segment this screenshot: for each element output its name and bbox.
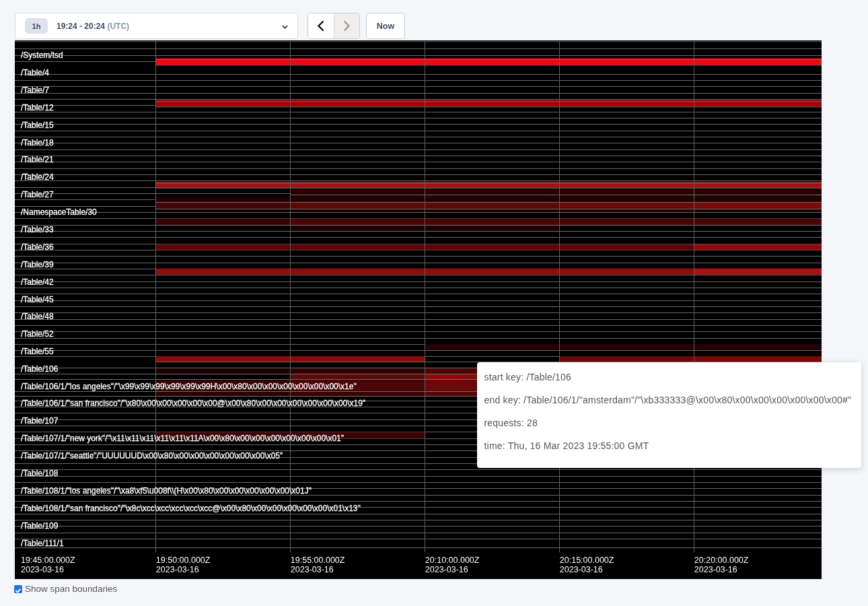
svg-text:/Table/7: /Table/7 [21, 86, 49, 95]
svg-text:/Table/45: /Table/45 [21, 295, 54, 304]
svg-text:19:45:00.000Z: 19:45:00.000Z [21, 556, 75, 565]
svg-text:/Table/106: /Table/106 [21, 364, 59, 374]
svg-text:2023-03-16: 2023-03-16 [560, 565, 603, 574]
svg-text:/Table/12: /Table/12 [21, 103, 54, 112]
svg-text:2023-03-16: 2023-03-16 [156, 565, 199, 574]
svg-text:/Table/106/1/"san francisco"/": /Table/106/1/"san francisco"/"\x80\x00\x… [21, 399, 365, 408]
svg-text:/System/tsd: /System/tsd [21, 50, 63, 60]
svg-text:19:50:00.000Z: 19:50:00.000Z [156, 556, 211, 565]
svg-text:20:10:00.000Z: 20:10:00.000Z [425, 556, 480, 565]
svg-text:/Table/24: /Table/24 [21, 172, 54, 182]
svg-text:/Table/108/1/"los angeles"/"\x: /Table/108/1/"los angeles"/"\xa8\xf5\u00… [21, 486, 312, 496]
svg-text:19:55:00.000Z: 19:55:00.000Z [291, 556, 345, 565]
svg-text:/Table/33: /Table/33 [21, 225, 54, 234]
svg-text:/Table/106/1/"los angeles"/"\x: /Table/106/1/"los angeles"/"\x99\x99\x99… [21, 382, 357, 391]
svg-text:20:20:00.000Z: 20:20:00.000Z [694, 556, 749, 565]
svg-text:/Table/52: /Table/52 [21, 329, 54, 339]
svg-text:/Table/15: /Table/15 [21, 121, 54, 130]
svg-text:/Table/109: /Table/109 [21, 521, 59, 531]
svg-text:/Table/111/1: /Table/111/1 [21, 539, 64, 548]
svg-text:2023-03-16: 2023-03-16 [291, 565, 334, 574]
svg-text:/Table/107: /Table/107 [21, 416, 59, 426]
svg-text:2023-03-16: 2023-03-16 [425, 565, 468, 574]
svg-text:/Table/55: /Table/55 [21, 347, 54, 356]
svg-text:/Table/18: /Table/18 [21, 138, 54, 147]
svg-text:/NamespaceTable/30: /NamespaceTable/30 [21, 207, 97, 217]
svg-text:2023-03-16: 2023-03-16 [21, 565, 64, 574]
svg-text:/Table/21: /Table/21 [21, 155, 54, 164]
svg-text:/Table/107/1/"new york"/"\x11\: /Table/107/1/"new york"/"\x11\x11\x11\x1… [21, 434, 344, 443]
svg-text:/Table/48: /Table/48 [21, 312, 54, 321]
svg-text:/Table/39: /Table/39 [21, 260, 54, 269]
svg-text:/Table/4: /Table/4 [21, 68, 49, 77]
svg-text:/Table/42: /Table/42 [21, 277, 54, 287]
svg-text:/Table/36: /Table/36 [21, 242, 54, 252]
svg-text:/Table/27: /Table/27 [21, 190, 54, 199]
svg-text:20:15:00.000Z: 20:15:00.000Z [560, 556, 614, 565]
svg-text:/Table/108: /Table/108 [21, 469, 59, 478]
svg-text:2023-03-16: 2023-03-16 [694, 565, 737, 574]
svg-text:/Table/107/1/"seattle"/"UUUUUU: /Table/107/1/"seattle"/"UUUUUUD\x00\x80\… [21, 451, 283, 461]
svg-text:/Table/108/1/"san francisco"/": /Table/108/1/"san francisco"/"\x8c\xcc\x… [21, 504, 361, 513]
